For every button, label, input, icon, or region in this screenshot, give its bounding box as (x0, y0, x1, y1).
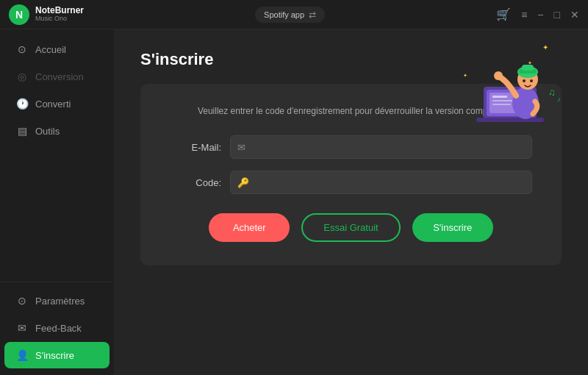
email-icon: ✉ (237, 142, 245, 153)
svg-rect-8 (492, 100, 514, 101)
home-icon: ⊙ (16, 43, 28, 55)
code-input-wrap: 🔑 (230, 171, 532, 194)
buy-button[interactable]: Acheter (209, 213, 290, 242)
sidebar-label-sinscrire: S'inscrire (35, 350, 74, 361)
svg-text:✦: ✦ (528, 60, 532, 65)
email-input-wrap: ✉ (230, 135, 532, 159)
feedback-icon: ✉ (16, 322, 28, 334)
sidebar-label-conversion: Conversion (35, 71, 84, 82)
sidebar-bottom: ⊙ Paramètres ✉ Feed-Back 👤 S'inscrire (0, 282, 114, 369)
maximize-button[interactable]: □ (554, 9, 560, 21)
conversion-icon: ◎ (16, 71, 28, 82)
switch-icon: ⇄ (309, 10, 316, 20)
svg-rect-9 (492, 104, 511, 105)
sidebar: ⊙ Accueil ◎ Conversion 🕐 Converti ▤ Outi… (0, 29, 114, 375)
svg-text:♪: ♪ (557, 96, 561, 103)
sidebar-item-feedback[interactable]: ✉ Feed-Back (4, 315, 110, 341)
svg-text:♫: ♫ (548, 87, 556, 98)
user-icon: 👤 (16, 349, 28, 361)
close-button[interactable]: ✕ (570, 9, 579, 21)
email-label: E-Mail: (170, 142, 221, 153)
titlebar: N NoteBurner Music Ono Spotify app ⇄ 🛒 ≡… (0, 0, 588, 29)
app-logo-icon: N (9, 4, 29, 25)
content-area: ✦ ✦ ♪ ✦ (114, 29, 588, 375)
email-row: E-Mail: ✉ (170, 135, 532, 159)
trial-button[interactable]: Essai Gratuit (301, 213, 400, 242)
sidebar-item-converti[interactable]: 🕐 Converti (4, 90, 110, 117)
app-logo: N NoteBurner Music Ono (9, 4, 84, 25)
page-title: S'inscrire (140, 50, 213, 69)
svg-rect-15 (522, 65, 534, 71)
svg-text:✦: ✦ (463, 73, 467, 78)
source-label: Spotify app (264, 10, 304, 19)
sidebar-item-outils[interactable]: ▤ Outils (4, 118, 110, 144)
source-selector[interactable]: Spotify app ⇄ (255, 7, 325, 23)
illustration: ✦ ✦ ♪ ✦ (448, 37, 566, 132)
sidebar-nav: ⊙ Accueil ◎ Conversion 🕐 Converti ▤ Outi… (0, 35, 114, 282)
svg-rect-7 (492, 96, 507, 98)
app-name-group: NoteBurner Music Ono (35, 6, 84, 23)
cart-icon[interactable]: 🛒 (496, 7, 511, 21)
svg-point-16 (523, 79, 526, 82)
minimize-button[interactable]: − (537, 9, 543, 21)
code-label: Code: (170, 177, 221, 188)
settings-icon: ⊙ (16, 295, 28, 307)
app-subtitle: Music Ono (35, 15, 84, 23)
sidebar-item-conversion[interactable]: ◎ Conversion (4, 63, 110, 90)
email-input[interactable] (230, 135, 532, 159)
sidebar-label-feedback: Feed-Back (35, 323, 82, 334)
code-input[interactable] (230, 171, 532, 194)
sidebar-label-converti: Converti (35, 99, 71, 110)
sidebar-label-outils: Outils (35, 126, 60, 137)
sidebar-item-parametres[interactable]: ⊙ Paramètres (4, 288, 110, 314)
sidebar-label-accueil: Accueil (35, 44, 66, 55)
history-icon: 🕐 (16, 98, 28, 110)
sidebar-item-sinscrire[interactable]: 👤 S'inscrire (4, 342, 110, 368)
sidebar-label-parametres: Paramètres (35, 296, 85, 307)
svg-point-18 (494, 71, 503, 80)
code-row: Code: 🔑 (170, 171, 532, 194)
svg-rect-10 (476, 118, 544, 122)
register-button[interactable]: S'inscrire (412, 213, 493, 242)
window-controls: 🛒 ≡ − □ ✕ (496, 7, 579, 21)
key-icon: 🔑 (237, 177, 249, 188)
menu-icon[interactable]: ≡ (521, 9, 527, 21)
sidebar-item-accueil[interactable]: ⊙ Accueil (4, 36, 110, 63)
tools-icon: ▤ (16, 125, 28, 137)
svg-text:✦: ✦ (542, 43, 548, 51)
svg-point-17 (530, 79, 533, 82)
main-layout: ⊙ Accueil ◎ Conversion 🕐 Converti ▤ Outi… (0, 29, 588, 375)
form-buttons: Acheter Essai Gratuit S'inscrire (170, 213, 532, 242)
